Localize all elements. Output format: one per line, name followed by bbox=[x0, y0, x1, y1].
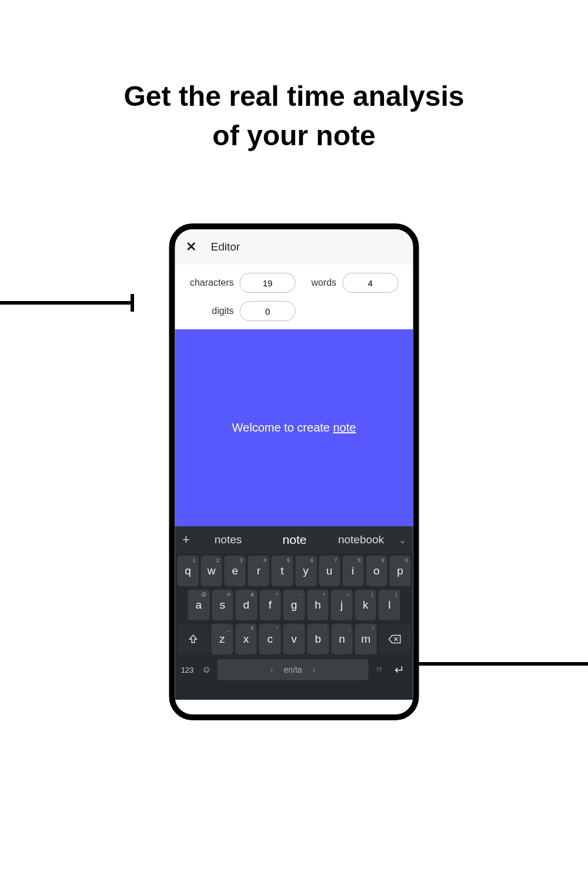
key-h[interactable]: +h bbox=[307, 590, 329, 620]
key-p[interactable]: 0p bbox=[389, 556, 410, 586]
key-l[interactable]: )l bbox=[379, 590, 400, 620]
key-g[interactable]: -g bbox=[283, 590, 305, 620]
keyboard-bottom-row: 123 ☺ ‹ en/ta › !? ↵ bbox=[175, 656, 413, 684]
suggestion-bar: + notes note notebook ⌄ bbox=[175, 526, 413, 553]
key-f[interactable]: *f bbox=[259, 590, 281, 620]
suggestion-2[interactable]: note bbox=[263, 533, 327, 547]
key-y[interactable]: 6y bbox=[295, 556, 316, 586]
words-label: words bbox=[303, 278, 342, 288]
key-row-3: _z₹x"c'v:b;n/m bbox=[178, 624, 411, 654]
close-icon[interactable]: ✕ bbox=[186, 239, 196, 255]
space-key[interactable]: ‹ en/ta › bbox=[218, 659, 369, 680]
editor-text: Welcome to create note bbox=[232, 421, 356, 435]
shift-key[interactable] bbox=[178, 624, 209, 654]
enter-key[interactable]: ↵ bbox=[390, 663, 410, 677]
key-row-2: @a#s&d*f-g+h=j(k)l bbox=[178, 590, 411, 620]
promo-heading: Get the real time analysis of your note bbox=[0, 76, 588, 155]
key-a[interactable]: @a bbox=[188, 590, 209, 620]
key-r[interactable]: 4r bbox=[248, 556, 269, 586]
emoji-icon[interactable]: ☺ bbox=[200, 664, 214, 675]
app-header: ✕ Editor bbox=[175, 229, 413, 265]
backspace-icon bbox=[389, 634, 402, 644]
digits-label: digits bbox=[182, 306, 240, 316]
key-x[interactable]: ₹x bbox=[235, 624, 257, 654]
callout-line-right bbox=[400, 662, 588, 666]
key-i[interactable]: 8i bbox=[342, 556, 363, 586]
key-w[interactable]: 2w bbox=[201, 556, 222, 586]
key-o[interactable]: 9o bbox=[366, 556, 387, 586]
suggestion-1[interactable]: notes bbox=[196, 533, 260, 546]
header-title: Editor bbox=[211, 240, 240, 253]
plus-icon[interactable]: + bbox=[179, 532, 194, 547]
characters-value: 19 bbox=[240, 273, 296, 293]
key-j[interactable]: =j bbox=[331, 590, 353, 620]
shift-icon bbox=[188, 634, 199, 644]
key-q[interactable]: 1q bbox=[178, 556, 199, 586]
digits-value: 0 bbox=[240, 301, 296, 321]
characters-label: characters bbox=[182, 278, 240, 288]
key-z[interactable]: _z bbox=[211, 624, 233, 654]
key-c[interactable]: "c bbox=[259, 624, 281, 654]
numbers-key[interactable]: 123 bbox=[179, 666, 196, 674]
key-k[interactable]: (k bbox=[355, 590, 376, 620]
editor-textarea[interactable]: Welcome to create note bbox=[175, 329, 413, 526]
key-u[interactable]: 7u bbox=[319, 556, 340, 586]
words-value: 4 bbox=[342, 273, 398, 293]
punctuation-key[interactable]: !? bbox=[372, 666, 386, 673]
key-s[interactable]: #s bbox=[212, 590, 233, 620]
soft-keyboard: + notes note notebook ⌄ 1q2w3e4r5t6y7u8i… bbox=[175, 526, 413, 700]
key-n[interactable]: ;n bbox=[331, 624, 353, 654]
key-b[interactable]: :b bbox=[307, 624, 329, 654]
chevron-down-icon[interactable]: ⌄ bbox=[396, 534, 410, 546]
key-e[interactable]: 3e bbox=[225, 556, 246, 586]
callout-line-left bbox=[0, 301, 132, 305]
suggestion-3[interactable]: notebook bbox=[329, 533, 393, 546]
stats-panel: characters 19 words 4 digits 0 bbox=[175, 265, 413, 329]
key-d[interactable]: &d bbox=[236, 590, 258, 620]
phone-frame: ✕ Editor characters 19 words 4 digits 0 … bbox=[169, 223, 419, 720]
key-t[interactable]: 5t bbox=[272, 556, 293, 586]
key-m[interactable]: /m bbox=[355, 624, 377, 654]
key-v[interactable]: 'v bbox=[283, 624, 305, 654]
key-row-1: 1q2w3e4r5t6y7u8i9o0p bbox=[178, 556, 411, 586]
backspace-key[interactable] bbox=[379, 624, 411, 654]
